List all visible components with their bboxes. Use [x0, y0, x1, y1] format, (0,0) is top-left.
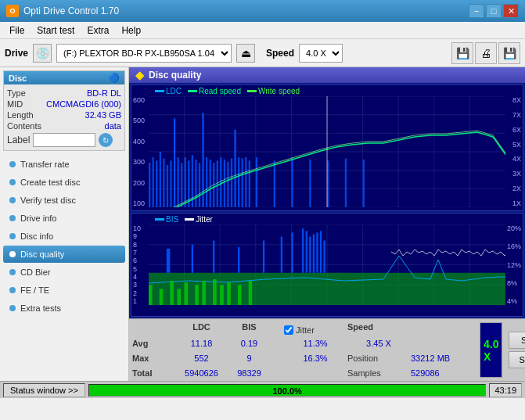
menu-file[interactable]: File: [3, 23, 31, 38]
sidebar-item-label: FE / TE: [20, 285, 49, 295]
max-label: Max: [132, 354, 175, 368]
ldc-color: [155, 90, 164, 92]
sidebar-item-label: Disc info: [20, 232, 53, 241]
position-label: Position: [347, 354, 410, 368]
start-part-button[interactable]: Start part: [509, 351, 525, 368]
sidebar-dot: [9, 269, 16, 275]
window-controls: − □ ✕: [469, 4, 519, 18]
eject-icon[interactable]: ⏏: [236, 44, 255, 63]
svg-rect-40: [234, 130, 236, 207]
menu-start-test[interactable]: Start test: [31, 23, 81, 38]
svg-rect-97: [185, 282, 189, 305]
svg-rect-95: [170, 281, 174, 305]
disc-contents-row: Contents data: [7, 120, 121, 131]
sidebar-item-disc-quality[interactable]: Disc quality: [3, 246, 125, 263]
max-jitter: 16.3%: [284, 354, 347, 368]
disc-contents-label: Contents: [7, 121, 41, 131]
svg-rect-50: [345, 159, 347, 208]
sidebar-item-disc-info[interactable]: Disc info: [3, 228, 125, 245]
bottom-chart: BIS Jitter 20% 16% 12% 8% 4%: [131, 213, 523, 317]
svg-rect-43: [245, 157, 246, 207]
sidebar-item-label: Create test disc: [20, 178, 80, 187]
charts-area: LDC Read speed Write speed 8X 7X 6X: [129, 83, 525, 318]
content-header: ◆ Disc quality: [129, 67, 525, 83]
toolbar-icon-2[interactable]: 🖨: [475, 42, 497, 64]
jitter-checkbox-row[interactable]: Jitter: [284, 322, 347, 338]
sidebar-item-label: Disc quality: [20, 249, 64, 259]
bis-label: BIS: [166, 215, 178, 224]
svg-rect-19: [160, 152, 161, 207]
write-speed-color: [247, 90, 257, 92]
sidebar-item-transfer-rate[interactable]: Transfer rate: [3, 156, 125, 173]
sidebar-item-cd-bier[interactable]: CD Bier: [3, 264, 125, 281]
menu-extra[interactable]: Extra: [81, 23, 115, 38]
disc-type-value: BD-R DL: [87, 88, 121, 98]
sidebar-item-extra-tests[interactable]: Extra tests: [3, 300, 125, 317]
legend-read-speed: Read speed: [188, 87, 241, 95]
svg-rect-89: [313, 234, 315, 272]
start-full-button[interactable]: Start full: [509, 332, 525, 349]
disc-panel: Disc 🔵 Type BD-R DL MID CMCMAGDI6 (000) …: [3, 70, 125, 151]
jitter-checkbox[interactable]: [284, 325, 293, 335]
svg-rect-21: [167, 165, 168, 207]
avg-ldc: 11.18: [176, 339, 227, 353]
sidebar: Disc 🔵 Type BD-R DL MID CMCMAGDI6 (000) …: [0, 67, 129, 381]
sidebar-dot: [9, 287, 16, 293]
minimize-button[interactable]: −: [469, 4, 484, 18]
top-chart-svg: 0.0 5.0 10.0 15.0 20.0 25.0 30.0 35.0 40…: [149, 96, 505, 207]
menu-help[interactable]: Help: [115, 23, 147, 38]
stats-blank3: [411, 322, 473, 338]
sidebar-dot: [9, 197, 16, 203]
titlebar: O Opti Drive Control 1.70 − □ ✕: [0, 0, 525, 22]
svg-rect-103: [238, 285, 242, 305]
stats-speed-header: Speed: [347, 322, 410, 338]
start-buttons: Start full Start part: [505, 319, 525, 381]
max-bis: 9: [228, 354, 271, 368]
close-button[interactable]: ✕: [503, 4, 519, 18]
sidebar-item-drive-info[interactable]: Drive info: [3, 210, 125, 227]
bottom-chart-legend: BIS Jitter: [155, 215, 213, 224]
drive-select[interactable]: (F:) PLEXTOR BD-R PX-LB950SA 1.04: [56, 44, 232, 63]
top-chart-legend: LDC Read speed Write speed: [155, 87, 300, 95]
svg-rect-45: [256, 157, 257, 207]
svg-rect-42: [242, 159, 243, 208]
stats-bis-header: BIS: [228, 322, 271, 338]
stats-ldc-header: LDC: [176, 322, 227, 338]
disc-label-input[interactable]: [33, 133, 95, 147]
sidebar-item-fe-te[interactable]: FE / TE: [3, 282, 125, 299]
maximize-button[interactable]: □: [486, 4, 502, 18]
content-area: ◆ Disc quality LDC Read speed: [129, 67, 525, 381]
sidebar-item-label: CD Bier: [20, 267, 51, 277]
ldc-label: LDC: [166, 87, 182, 95]
sidebar-item-create-test-disc[interactable]: Create test disc: [3, 174, 125, 191]
svg-rect-84: [281, 236, 282, 272]
legend-write-speed: Write speed: [247, 87, 300, 95]
toolbar-icon-3[interactable]: 💾: [498, 42, 520, 64]
disc-length-row: Length 32.43 GB: [7, 109, 121, 120]
legend-ldc: LDC: [155, 87, 182, 95]
disc-type-label: Type: [7, 88, 26, 98]
status-window-button[interactable]: Status window >>: [3, 383, 85, 397]
svg-rect-36: [220, 157, 221, 207]
samples-label: Samples: [347, 368, 410, 381]
toolbar-icon-1[interactable]: 💾: [451, 42, 473, 64]
jitter-color: [185, 218, 194, 221]
sidebar-item-verify-test-disc[interactable]: Verify test disc: [3, 192, 125, 209]
drive-icon: 💿: [33, 44, 52, 63]
disc-label-refresh-icon[interactable]: ↻: [99, 133, 113, 147]
jitter-label: Jitter: [196, 215, 213, 224]
bis-color: [155, 218, 164, 221]
samples-value: 529086: [411, 368, 473, 381]
sidebar-dot: [9, 305, 16, 311]
disc-type-row: Type BD-R DL: [7, 88, 121, 99]
speed-display: 4.0 X: [480, 322, 502, 378]
disc-length-label: Length: [7, 110, 34, 120]
disc-panel-header: Disc 🔵: [4, 71, 124, 84]
read-speed-label: Read speed: [199, 87, 241, 95]
blank5: [284, 368, 347, 381]
titlebar-left: O Opti Drive Control 1.70: [6, 5, 119, 17]
main-layout: Disc 🔵 Type BD-R DL MID CMCMAGDI6 (000) …: [0, 67, 525, 381]
speed-select[interactable]: 4.0 X: [299, 44, 343, 63]
jitter-label: Jitter: [296, 325, 315, 335]
disc-label-row: Label ↻: [7, 133, 121, 147]
